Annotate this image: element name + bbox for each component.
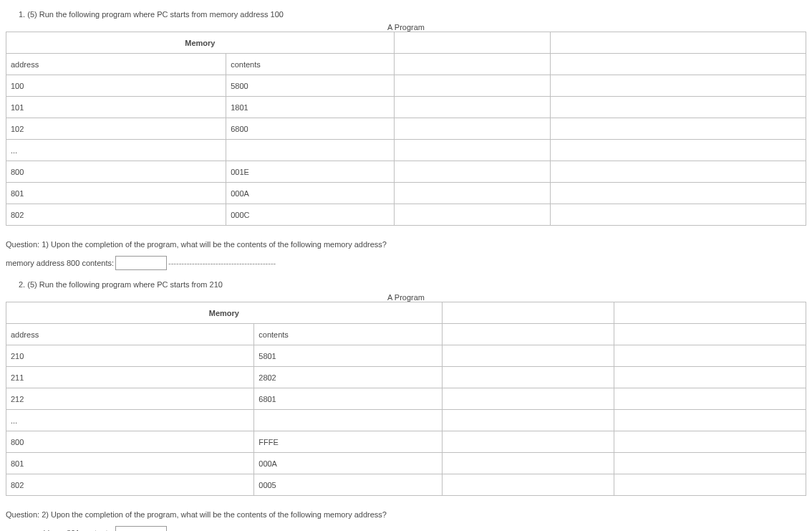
empty-cell xyxy=(550,140,806,161)
content-cell: 000A xyxy=(254,453,442,474)
table-row: 801 000A xyxy=(6,453,806,474)
table-row: 800 001E xyxy=(6,161,806,183)
table-row: address contents xyxy=(6,54,806,75)
table-row: 801 000A xyxy=(6,183,806,204)
empty-cell xyxy=(550,183,806,204)
addr-cell: ... xyxy=(6,410,254,431)
dash-fill: ----------------------------------------… xyxy=(168,259,276,267)
table-row: 212 6801 xyxy=(6,388,806,410)
addr-cell: 102 xyxy=(6,118,226,140)
empty-cell xyxy=(550,204,806,226)
empty-cell xyxy=(614,324,806,345)
content-cell: 6800 xyxy=(226,118,395,140)
table-row: address contents xyxy=(6,324,806,345)
q2-table: Memory address contents 210 5801 211 280… xyxy=(6,302,806,496)
empty-cell xyxy=(394,183,550,204)
q1-question: Question: 1) Upon the completion of the … xyxy=(6,240,806,249)
col-address: address xyxy=(6,54,226,75)
table-row: 102 6800 xyxy=(6,118,806,140)
addr-cell: 802 xyxy=(6,204,226,226)
content-cell: 5801 xyxy=(254,345,442,367)
addr-cell: 211 xyxy=(6,367,254,388)
table-row: Memory xyxy=(6,302,806,324)
empty-cell xyxy=(394,140,550,161)
q1-prompt: 1. (5) Run the following program where P… xyxy=(19,10,806,19)
q1-answer-line: memory address 800 contents: -----------… xyxy=(6,256,806,270)
col-contents: contents xyxy=(254,324,442,345)
empty-cell xyxy=(394,32,550,54)
empty-cell xyxy=(550,161,806,183)
empty-cell xyxy=(614,474,806,496)
empty-cell xyxy=(394,54,550,75)
empty-cell xyxy=(614,388,806,410)
addr-cell: 802 xyxy=(6,474,254,496)
q1-table-caption: A Program xyxy=(6,23,806,32)
content-cell xyxy=(226,140,395,161)
content-cell: FFFE xyxy=(254,431,442,453)
content-cell: 1801 xyxy=(226,97,395,118)
table-row: ... xyxy=(6,410,806,431)
addr-cell: 100 xyxy=(6,75,226,97)
empty-cell xyxy=(550,75,806,97)
empty-cell xyxy=(394,204,550,226)
addr-cell: 801 xyxy=(6,453,254,474)
table-row: Memory xyxy=(6,32,806,54)
content-cell: 2802 xyxy=(254,367,442,388)
addr-cell: ... xyxy=(6,140,226,161)
empty-cell xyxy=(442,431,614,453)
content-cell: 000C xyxy=(226,204,395,226)
q1-answer-label: memory address 800 contents: xyxy=(6,259,114,267)
q1-answer-input[interactable] xyxy=(115,256,167,270)
empty-cell xyxy=(442,410,614,431)
empty-cell xyxy=(614,367,806,388)
q2-prompt: 2. (5) Run the following program where P… xyxy=(19,280,806,289)
content-cell: 001E xyxy=(226,161,395,183)
addr-cell: 800 xyxy=(6,161,226,183)
empty-cell xyxy=(394,97,550,118)
empty-cell xyxy=(442,324,614,345)
table-row: 802 0005 xyxy=(6,474,806,496)
table-row: ... xyxy=(6,140,806,161)
q1-table: Memory address contents 100 5800 101 180… xyxy=(6,32,806,226)
addr-cell: 210 xyxy=(6,345,254,367)
empty-cell xyxy=(442,388,614,410)
empty-cell xyxy=(442,453,614,474)
empty-cell xyxy=(442,302,614,324)
empty-cell xyxy=(550,118,806,140)
empty-cell xyxy=(394,75,550,97)
q2-answer-line: memory address 801 contents: -----------… xyxy=(6,526,806,531)
addr-cell: 101 xyxy=(6,97,226,118)
table-row: 210 5801 xyxy=(6,345,806,367)
empty-cell xyxy=(550,97,806,118)
empty-cell xyxy=(550,54,806,75)
empty-cell xyxy=(394,161,550,183)
q2-answer-input[interactable] xyxy=(115,526,167,531)
table-row: 211 2802 xyxy=(6,367,806,388)
content-cell xyxy=(254,410,442,431)
q1-memory-header: Memory xyxy=(6,32,395,54)
addr-cell: 800 xyxy=(6,431,254,453)
q2-memory-header: Memory xyxy=(6,302,443,324)
empty-cell xyxy=(442,367,614,388)
empty-cell xyxy=(614,431,806,453)
empty-cell xyxy=(442,474,614,496)
empty-cell xyxy=(614,453,806,474)
content-cell: 5800 xyxy=(226,75,395,97)
addr-cell: 212 xyxy=(6,388,254,410)
q2-question: Question: 2) Upon the completion of the … xyxy=(6,510,806,519)
addr-cell: 801 xyxy=(6,183,226,204)
content-cell: 000A xyxy=(226,183,395,204)
empty-cell xyxy=(550,32,806,54)
col-contents: contents xyxy=(226,54,395,75)
empty-cell xyxy=(614,302,806,324)
content-cell: 6801 xyxy=(254,388,442,410)
table-row: 800 FFFE xyxy=(6,431,806,453)
col-address: address xyxy=(6,324,254,345)
empty-cell xyxy=(614,345,806,367)
table-row: 100 5800 xyxy=(6,75,806,97)
empty-cell xyxy=(614,410,806,431)
q2-table-caption: A Program xyxy=(6,293,806,302)
content-cell: 0005 xyxy=(254,474,442,496)
table-row: 802 000C xyxy=(6,204,806,226)
empty-cell xyxy=(442,345,614,367)
